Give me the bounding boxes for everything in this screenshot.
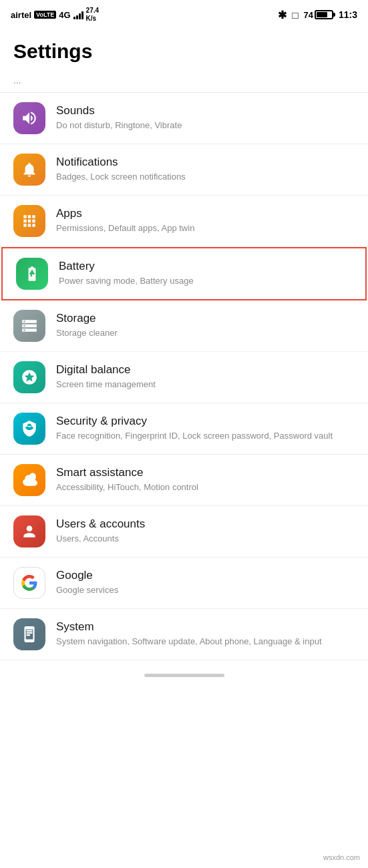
home-indicator[interactable] [0,660,368,684]
storage-text: Storage Storage cleaner [56,312,355,339]
apps-text: Apps Permissions, Default apps, App twin [56,207,355,234]
home-bar[interactable] [144,674,224,677]
sounds-text: Sounds Do not disturb, Ringtone, Vibrate [56,104,355,132]
google-icon [13,567,45,599]
notifications-text: Notifications Badges, Lock screen notifi… [56,156,355,183]
volte-badge: VoLTE [34,11,56,19]
status-right: ✱ □ 74 11:3 [278,9,357,21]
google-subtitle: Google services [56,584,355,596]
apps-icon [13,205,45,237]
digital-balance-title: Digital balance [56,363,355,377]
status-bar: airtel VoLTE 4G 27.4K/s ✱ □ 74 11:3 [0,0,368,29]
settings-item-battery[interactable]: Battery Power saving mode, Battery usage [1,247,367,300]
settings-item-system[interactable]: System System navigation, Software updat… [0,609,368,660]
settings-item-apps[interactable]: Apps Permissions, Default apps, App twin [0,196,368,247]
system-icon [13,618,45,650]
sounds-subtitle: Do not disturb, Ringtone, Vibrate [56,120,355,132]
settings-list: Sounds Do not disturb, Ringtone, Vibrate… [0,93,368,660]
bluetooth-icon: ✱ [278,9,287,21]
partial-item: ... [0,68,368,93]
settings-item-users-accounts[interactable]: Users & accounts Users, Accounts [0,506,368,558]
page-title: Settings [0,29,368,68]
sounds-icon [13,102,45,134]
apps-subtitle: Permissions, Default apps, App twin [56,222,355,234]
smart-assistance-text: Smart assistance Accessibility, HiTouch,… [56,466,355,493]
speed-text: 27.4K/s [86,7,99,23]
settings-item-security-privacy[interactable]: Security & privacy Face recognition, Fin… [0,403,368,455]
digital-balance-text: Digital balance Screen time management [56,363,355,391]
digital-balance-subtitle: Screen time management [56,379,355,391]
google-title: Google [56,569,355,582]
settings-item-smart-assistance[interactable]: Smart assistance Accessibility, HiTouch,… [0,455,368,506]
vibrate-icon: □ [292,9,298,21]
battery-title: Battery [59,260,352,273]
security-privacy-subtitle: Face recognition, Fingerprint ID, Lock s… [56,430,355,442]
watermark: wsxdn.com [321,852,363,863]
smart-assistance-icon [13,464,45,496]
storage-subtitle: Storage cleaner [56,327,355,339]
notifications-title: Notifications [56,156,355,169]
smart-assistance-title: Smart assistance [56,466,355,479]
battery-percent: 74 [304,10,313,20]
system-title: System [56,620,355,634]
apps-title: Apps [56,207,355,220]
google-text: Google Google services [56,569,355,596]
battery-icon [315,10,333,19]
digital-balance-icon [13,361,45,393]
battery-subtitle: Power saving mode, Battery usage [59,275,352,287]
battery-fill [317,12,327,17]
settings-item-notifications[interactable]: Notifications Badges, Lock screen notifi… [0,144,368,196]
network-type: 4G [59,10,70,20]
settings-item-digital-balance[interactable]: Digital balance Screen time management [0,352,368,403]
users-accounts-title: Users & accounts [56,517,355,531]
users-accounts-icon [13,515,45,548]
smart-assistance-subtitle: Accessibility, HiTouch, Motion control [56,481,355,493]
security-privacy-text: Security & privacy Face recognition, Fin… [56,415,355,442]
settings-item-storage[interactable]: Storage Storage cleaner [0,300,368,352]
notifications-icon [13,154,45,186]
battery-container: 74 [304,10,333,20]
storage-icon [13,310,45,342]
status-left: airtel VoLTE 4G 27.4K/s [11,7,99,23]
time-display: 11:3 [339,9,357,20]
battery-settings-icon [16,258,48,290]
security-privacy-icon [13,413,45,445]
system-text: System System navigation, Software updat… [56,620,355,648]
users-accounts-subtitle: Users, Accounts [56,533,355,545]
security-privacy-title: Security & privacy [56,415,355,428]
storage-title: Storage [56,312,355,325]
signal-icon [73,10,83,19]
settings-item-google[interactable]: Google Google services [0,558,368,609]
settings-item-sounds[interactable]: Sounds Do not disturb, Ringtone, Vibrate [0,93,368,144]
carrier-text: airtel [11,10,31,20]
users-accounts-text: Users & accounts Users, Accounts [56,517,355,545]
notifications-subtitle: Badges, Lock screen notifications [56,171,355,183]
battery-text: Battery Power saving mode, Battery usage [59,260,352,287]
system-subtitle: System navigation, Software update, Abou… [56,636,355,648]
sounds-title: Sounds [56,104,355,118]
